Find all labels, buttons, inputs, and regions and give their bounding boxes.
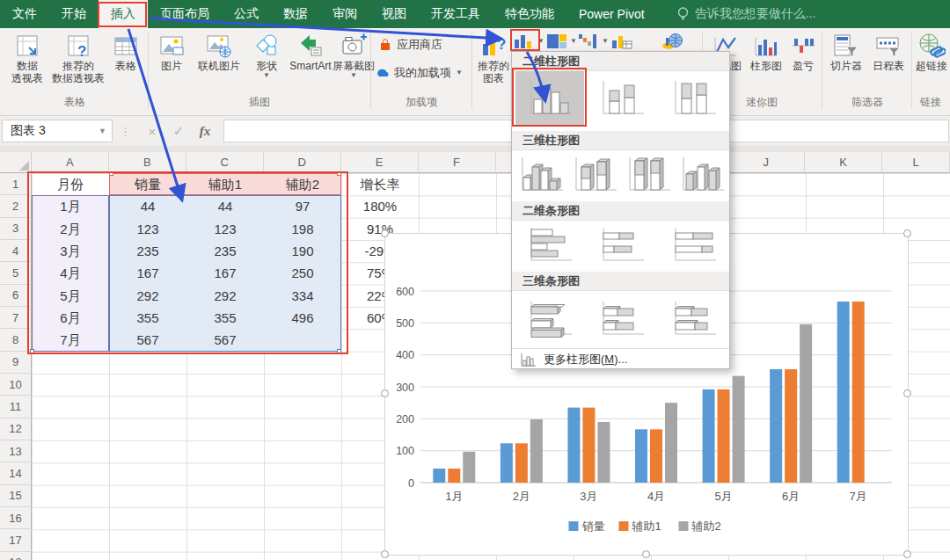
cell-C2[interactable]: 44 xyxy=(186,195,264,217)
cell-B5[interactable]: 167 xyxy=(109,262,186,284)
chart-selection-handle[interactable] xyxy=(903,389,911,397)
hyperlink-button[interactable]: 超链接 xyxy=(913,30,950,72)
row-header-16[interactable]: 16 xyxy=(0,507,32,529)
menu-item-bar-100[interactable] xyxy=(660,222,728,268)
cell-E1[interactable]: 增长率 xyxy=(341,173,419,195)
cell-C7[interactable]: 355 xyxy=(186,307,264,329)
insert-hierarchy-chart-button[interactable]: ▼ xyxy=(545,32,577,51)
cell-D7[interactable]: 496 xyxy=(264,307,341,329)
column-header-A[interactable]: A xyxy=(32,152,109,173)
tab-developer[interactable]: 开发工具 xyxy=(419,0,493,28)
row-header-18[interactable]: 18 xyxy=(0,552,32,560)
3d-map-button[interactable] xyxy=(661,32,684,51)
cell-D5[interactable]: 250 xyxy=(264,262,341,284)
recommended-pivot-tables-button[interactable]: ?推荐的数据透视表 xyxy=(51,30,106,84)
cell-D6[interactable]: 334 xyxy=(264,285,341,307)
row-header-12[interactable]: 12 xyxy=(0,418,32,440)
menu-item-col-clustered[interactable] xyxy=(515,71,584,126)
cell-A6[interactable]: 5月 xyxy=(32,285,109,307)
cell-A7[interactable]: 6月 xyxy=(32,307,109,329)
insert-function-button[interactable]: fx xyxy=(192,124,218,139)
tab-formulas[interactable]: 公式 xyxy=(222,0,271,28)
column-header-L[interactable]: L xyxy=(882,152,950,173)
chart-selection-handle[interactable] xyxy=(903,229,911,237)
timeline-button[interactable]: 日程表 xyxy=(867,30,910,72)
row-header-1[interactable]: 1 xyxy=(0,173,32,195)
tab-insert[interactable]: 插入 xyxy=(99,0,148,28)
column-header-E[interactable]: E xyxy=(341,152,419,173)
slicer-button[interactable]: 切片器 xyxy=(825,30,867,72)
shapes-button[interactable]: 形状▼ xyxy=(248,30,285,79)
row-header-11[interactable]: 11 xyxy=(0,396,32,418)
menu-item-col3d-stacked[interactable] xyxy=(569,152,620,198)
row-header-2[interactable]: 2 xyxy=(0,195,32,217)
row-header-8[interactable]: 8 xyxy=(0,329,32,351)
menu-item-col3d-clustered[interactable] xyxy=(515,152,566,198)
recommended-charts-button[interactable]: ?推荐的图表 xyxy=(475,30,512,84)
cell-E2[interactable]: 180% xyxy=(341,195,419,217)
cell-B7[interactable]: 355 xyxy=(109,307,186,329)
enter-button[interactable]: ✓ xyxy=(165,123,192,139)
chart-selection-handle[interactable] xyxy=(903,550,911,558)
tell-me-box[interactable]: 告诉我您想要做什么... xyxy=(676,0,816,28)
pivot-table-button[interactable]: 数据透视表 xyxy=(4,30,51,84)
screenshot-button[interactable]: 屏幕截图▼ xyxy=(332,30,375,79)
menu-item-col-stacked[interactable] xyxy=(588,71,656,126)
row-header-6[interactable]: 6 xyxy=(0,285,32,307)
column-header-K[interactable]: K xyxy=(805,152,882,173)
cell-C3[interactable]: 123 xyxy=(186,218,264,240)
insert-statistic-chart-button[interactable]: ▼ xyxy=(577,32,609,51)
tab-power-pivot[interactable]: Power Pivot xyxy=(566,0,657,28)
name-box-dropdown-icon[interactable]: ▼ xyxy=(99,127,106,135)
column-header-F[interactable]: F xyxy=(419,152,496,173)
menu-item-bar3d-clustered[interactable] xyxy=(515,295,584,344)
row-header-14[interactable]: 14 xyxy=(0,462,32,484)
cell-D3[interactable]: 198 xyxy=(264,218,341,240)
cell-B4[interactable]: 235 xyxy=(109,240,186,262)
cell-A3[interactable]: 2月 xyxy=(32,218,109,240)
cell-C4[interactable]: 235 xyxy=(186,240,264,262)
cell-C5[interactable]: 167 xyxy=(186,262,264,284)
row-header-7[interactable]: 7 xyxy=(0,307,32,329)
insert-column-chart-button[interactable]: ▼ xyxy=(513,32,544,51)
row-header-13[interactable]: 13 xyxy=(0,440,32,462)
menu-item-col3d-depth[interactable] xyxy=(676,152,727,198)
cancel-button[interactable]: × xyxy=(139,124,165,139)
my-add-ins-button[interactable]: 我的加载项▼ xyxy=(376,65,463,81)
store-button[interactable]: 应用商店 xyxy=(378,37,442,53)
column-header-D[interactable]: D xyxy=(264,152,341,173)
cell-B3[interactable]: 123 xyxy=(109,218,186,240)
sparkline-column-button[interactable]: 柱形图 xyxy=(746,30,786,72)
tab-features[interactable]: 特色功能 xyxy=(493,0,566,28)
row-header-17[interactable]: 17 xyxy=(0,529,32,551)
tab-home[interactable]: 开始 xyxy=(49,0,99,28)
cell-C6[interactable]: 292 xyxy=(186,285,264,307)
select-all-corner[interactable] xyxy=(0,152,32,173)
column-header-C[interactable]: C xyxy=(186,152,264,173)
menu-item-bar3d-stacked[interactable] xyxy=(588,295,656,344)
chart-selection-handle[interactable] xyxy=(381,550,389,558)
cell-B8[interactable]: 567 xyxy=(109,329,186,351)
smartart-button[interactable]: SmartArt xyxy=(285,30,336,72)
cell-D1[interactable]: 辅助2 xyxy=(264,173,341,195)
column-header-B[interactable]: B xyxy=(109,152,186,173)
row-header-5[interactable]: 5 xyxy=(0,262,32,284)
cell-A2[interactable]: 1月 xyxy=(32,195,109,217)
cell-D4[interactable]: 190 xyxy=(264,240,341,262)
row-header-10[interactable]: 10 xyxy=(0,374,32,396)
menu-item-col-100[interactable] xyxy=(660,71,728,126)
row-header-9[interactable]: 9 xyxy=(0,352,32,374)
chart-selection-handle[interactable] xyxy=(381,389,389,397)
cell-A8[interactable]: 7月 xyxy=(32,329,109,351)
cell-A1[interactable]: 月份 xyxy=(32,173,109,195)
menu-item-bar3d-100[interactable] xyxy=(660,295,728,344)
cell-C8[interactable]: 567 xyxy=(186,329,264,351)
online-pictures-button[interactable]: 联机图片 xyxy=(192,30,246,72)
tab-data[interactable]: 数据 xyxy=(271,0,320,28)
menu-item-bar-stacked[interactable] xyxy=(588,222,656,268)
cell-A5[interactable]: 4月 xyxy=(32,262,109,284)
cell-B2[interactable]: 44 xyxy=(109,195,186,217)
sparkline-winloss-button[interactable]: 盈亏 xyxy=(786,30,820,72)
cell-C1[interactable]: 辅助1 xyxy=(186,173,264,195)
pivot-chart-button[interactable] xyxy=(610,32,633,51)
